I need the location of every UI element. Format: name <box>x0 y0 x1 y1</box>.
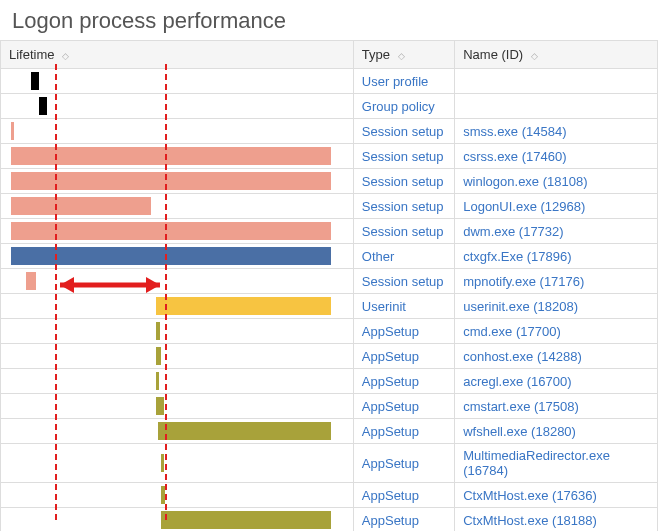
type-cell: Session setup <box>353 169 454 194</box>
timeline-bar <box>158 422 331 440</box>
col-header-type[interactable]: Type ◇ <box>353 41 454 69</box>
type-link[interactable]: Session setup <box>362 274 444 289</box>
timeline-bar <box>11 172 331 190</box>
col-header-name-label: Name (ID) <box>463 47 523 62</box>
lifetime-cell <box>1 483 354 508</box>
table-row: Session setupLogonUI.exe (12968) <box>1 194 658 219</box>
name-link[interactable]: cmd.exe (17700) <box>463 324 561 339</box>
name-link[interactable]: dwm.exe (17732) <box>463 224 563 239</box>
type-link[interactable]: AppSetup <box>362 349 419 364</box>
table-row: AppSetupMultimediaRedirector.exe (16784) <box>1 444 658 483</box>
table-row: AppSetupCtxMtHost.exe (18188) <box>1 508 658 532</box>
lifetime-cell <box>1 269 354 294</box>
name-link[interactable]: wfshell.exe (18280) <box>463 424 576 439</box>
timeline-bar <box>161 454 164 472</box>
name-link[interactable]: CtxMtHost.exe (18188) <box>463 513 597 528</box>
type-cell: AppSetup <box>353 319 454 344</box>
type-link[interactable]: AppSetup <box>362 424 419 439</box>
type-cell: Userinit <box>353 294 454 319</box>
name-link[interactable]: conhost.exe (14288) <box>463 349 582 364</box>
sort-icon: ◇ <box>62 52 69 61</box>
table-row: AppSetupcmd.exe (17700) <box>1 319 658 344</box>
name-link[interactable]: ctxgfx.Exe (17896) <box>463 249 571 264</box>
page-title: Logon process performance <box>0 0 658 40</box>
timeline-bar <box>11 247 331 265</box>
type-link[interactable]: AppSetup <box>362 456 419 471</box>
type-link[interactable]: AppSetup <box>362 513 419 528</box>
name-cell: MultimediaRedirector.exe (16784) <box>455 444 658 483</box>
timeline-bar <box>156 322 160 340</box>
timeline-bar <box>26 272 36 290</box>
type-link[interactable]: Userinit <box>362 299 406 314</box>
name-link[interactable]: acregl.exe (16700) <box>463 374 571 389</box>
name-cell: ctxgfx.Exe (17896) <box>455 244 658 269</box>
type-cell: Other <box>353 244 454 269</box>
type-link[interactable]: Session setup <box>362 149 444 164</box>
type-cell: Session setup <box>353 119 454 144</box>
timeline-bar <box>156 297 331 315</box>
type-link[interactable]: Session setup <box>362 199 444 214</box>
timeline-bar <box>156 347 161 365</box>
lifetime-cell <box>1 194 354 219</box>
lifetime-cell <box>1 144 354 169</box>
lifetime-cell <box>1 369 354 394</box>
type-link[interactable]: AppSetup <box>362 488 419 503</box>
table-row: AppSetupconhost.exe (14288) <box>1 344 658 369</box>
type-link[interactable]: AppSetup <box>362 399 419 414</box>
lifetime-cell <box>1 169 354 194</box>
type-link[interactable]: Group policy <box>362 99 435 114</box>
name-link[interactable]: cmstart.exe (17508) <box>463 399 579 414</box>
name-link[interactable]: userinit.exe (18208) <box>463 299 578 314</box>
timeline-bar <box>156 397 164 415</box>
name-link[interactable]: csrss.exe (17460) <box>463 149 566 164</box>
type-cell: Session setup <box>353 194 454 219</box>
type-link[interactable]: Session setup <box>362 224 444 239</box>
timeline-bar <box>11 122 14 140</box>
type-cell: User profile <box>353 69 454 94</box>
type-cell: Session setup <box>353 144 454 169</box>
col-header-name[interactable]: Name (ID) ◇ <box>455 41 658 69</box>
table-row: Session setupmpnotify.exe (17176) <box>1 269 658 294</box>
lifetime-cell <box>1 219 354 244</box>
table-row: User profile <box>1 69 658 94</box>
type-link[interactable]: Session setup <box>362 174 444 189</box>
timeline-bar <box>11 197 151 215</box>
timeline-bar <box>11 147 331 165</box>
name-link[interactable]: LogonUI.exe (12968) <box>463 199 585 214</box>
lifetime-cell <box>1 294 354 319</box>
name-link[interactable]: CtxMtHost.exe (17636) <box>463 488 597 503</box>
type-cell: Group policy <box>353 94 454 119</box>
type-cell: AppSetup <box>353 508 454 532</box>
name-link[interactable]: smss.exe (14584) <box>463 124 566 139</box>
timeline-bar <box>161 486 165 504</box>
lifetime-cell <box>1 119 354 144</box>
name-link[interactable]: MultimediaRedirector.exe (16784) <box>463 448 610 478</box>
lifetime-cell <box>1 344 354 369</box>
type-link[interactable]: AppSetup <box>362 374 419 389</box>
table-row: Userinituserinit.exe (18208) <box>1 294 658 319</box>
lifetime-cell <box>1 94 354 119</box>
lifetime-cell <box>1 69 354 94</box>
name-cell: cmstart.exe (17508) <box>455 394 658 419</box>
type-link[interactable]: AppSetup <box>362 324 419 339</box>
name-cell: smss.exe (14584) <box>455 119 658 144</box>
table-row: AppSetupCtxMtHost.exe (17636) <box>1 483 658 508</box>
name-cell: winlogon.exe (18108) <box>455 169 658 194</box>
lifetime-cell <box>1 244 354 269</box>
type-link[interactable]: User profile <box>362 74 428 89</box>
name-cell: wfshell.exe (18280) <box>455 419 658 444</box>
type-link[interactable]: Session setup <box>362 124 444 139</box>
lifetime-cell <box>1 419 354 444</box>
table-row: Session setupwinlogon.exe (18108) <box>1 169 658 194</box>
name-cell: conhost.exe (14288) <box>455 344 658 369</box>
col-header-lifetime[interactable]: Lifetime ◇ <box>1 41 354 69</box>
name-link[interactable]: winlogon.exe (18108) <box>463 174 587 189</box>
timeline-bar <box>31 72 39 90</box>
name-cell: cmd.exe (17700) <box>455 319 658 344</box>
name-cell: userinit.exe (18208) <box>455 294 658 319</box>
table-row: Session setupsmss.exe (14584) <box>1 119 658 144</box>
name-link[interactable]: mpnotify.exe (17176) <box>463 274 584 289</box>
type-link[interactable]: Other <box>362 249 395 264</box>
name-cell: LogonUI.exe (12968) <box>455 194 658 219</box>
type-cell: AppSetup <box>353 483 454 508</box>
